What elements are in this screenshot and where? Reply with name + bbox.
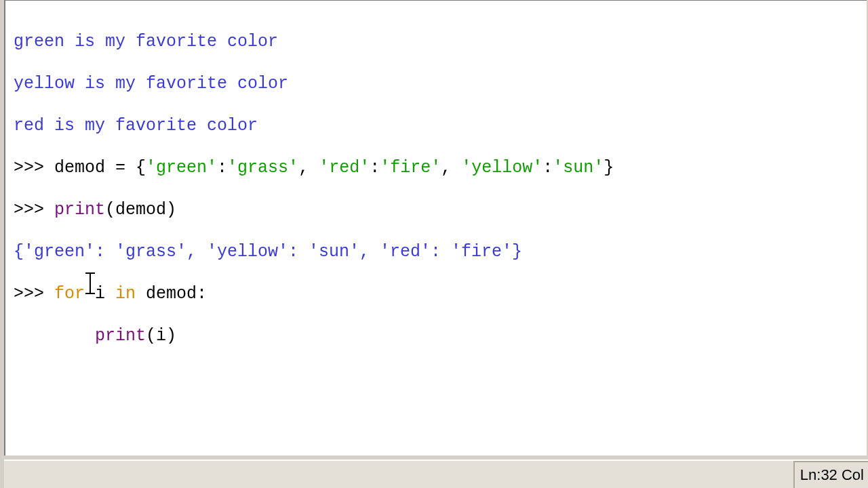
prompt: >>> xyxy=(14,200,54,220)
code-line: >>> for i in demod: xyxy=(14,283,867,304)
code-line: >>> print(demod) xyxy=(14,199,867,220)
code-line: >>> demod = {'green':'grass', 'red':'fir… xyxy=(14,157,867,178)
shell-editor[interactable]: green is my favorite color yellow is my … xyxy=(4,0,867,455)
blank-line xyxy=(14,409,867,430)
output-line: {'green': 'grass', 'yellow': 'sun', 'red… xyxy=(14,241,867,262)
code-line: print(i) xyxy=(14,325,867,346)
blank-line xyxy=(14,367,867,388)
status-bar: Ln: 32 Col xyxy=(4,460,868,488)
prompt: >>> xyxy=(14,284,54,304)
output-line: green is my favorite color xyxy=(14,31,867,52)
status-line-col: Ln: 32 Col xyxy=(793,461,868,488)
output-line: yellow is my favorite color xyxy=(14,73,867,94)
prompt: >>> xyxy=(14,158,54,178)
output-line: red is my favorite color xyxy=(14,115,867,136)
output-line: green xyxy=(14,451,867,455)
